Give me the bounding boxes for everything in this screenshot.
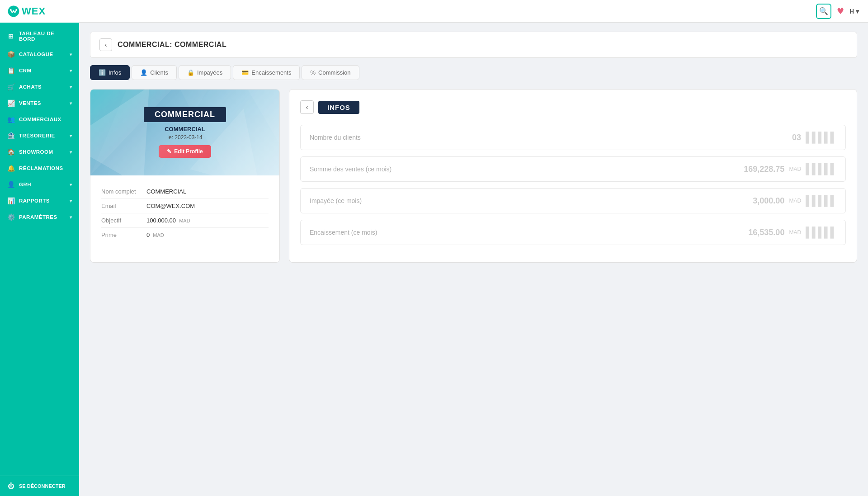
- rapports-icon: 📊: [7, 197, 14, 204]
- main-grid: COMMERCIAL COMMERCIAL le: 2023-03-14 ✎ E…: [90, 89, 857, 263]
- parametres-icon: ⚙️: [7, 213, 14, 221]
- sidebar-nav: ⊞ TABLEAU DE BORD 📦 CATALOGUE ▾ 📋 CRM ▾ …: [0, 23, 79, 476]
- sidebar-label-achats: ACHATS: [19, 84, 42, 90]
- catalogue-icon: 📦: [7, 51, 14, 58]
- user-dropdown-icon: ▾: [856, 8, 859, 15]
- edit-profile-button[interactable]: ✎ Edit Profile: [159, 145, 211, 158]
- nav-arrow: ▾: [70, 215, 72, 220]
- stat-value-encaissement: 16,535.00: [748, 228, 784, 237]
- nav-arrow: ▾: [70, 198, 72, 203]
- ventes-icon: 📈: [7, 99, 14, 107]
- stat-unit-somme-ventes: MAD: [789, 166, 801, 172]
- sidebar-item-crm[interactable]: 📋 CRM ▾: [0, 62, 79, 79]
- sidebar: WEX ⊞ TABLEAU DE BORD 📦 CATALOGUE ▾ 📋 CR…: [0, 0, 79, 496]
- tableau-de-bord-icon: ⊞: [7, 33, 14, 40]
- reclamations-icon: 🔔: [7, 165, 14, 172]
- logout-icon: ⏻: [7, 482, 14, 490]
- main-container: 🔍 ♥̈ H ▾ ‹ COMMERCIAL: COMMERCIAL ℹ️ Inf…: [79, 0, 868, 496]
- tabs-container: ℹ️ Infos 👤 Clients 🔒 Impayées 💳 Encaisse…: [90, 65, 857, 80]
- sidebar-item-reclamations[interactable]: 🔔 RÉCLAMATIONS: [0, 160, 79, 176]
- stat-label-nombre-clients: Nombre du clients: [310, 134, 361, 141]
- info-back-icon: ‹: [306, 104, 308, 111]
- sidebar-item-commerciaux[interactable]: 👥 COMMERCIAUX: [0, 111, 79, 128]
- sidebar-item-parametres[interactable]: ⚙️ PARAMÈTRES ▾: [0, 209, 79, 225]
- tab-encaissements[interactable]: 💳 Encaissements: [233, 65, 300, 80]
- detail-value: COMMERCIAL: [146, 188, 186, 195]
- activity-icon[interactable]: ♥̈: [837, 6, 844, 16]
- stat-card-impayee: Impayée (ce mois) 3,000.00 MAD ▌▌▌▌▌: [300, 188, 846, 213]
- topbar: 🔍 ♥̈ H ▾: [79, 0, 868, 23]
- logout-label: SE DÉCONNECTER: [19, 483, 66, 489]
- detail-label: Prime: [101, 231, 146, 238]
- nav-arrow: ▾: [70, 150, 72, 155]
- stat-unit-impayee: MAD: [789, 198, 801, 204]
- tab-impayees[interactable]: 🔒 Impayées: [179, 65, 231, 80]
- stat-value-group: 03 ▌▌▌▌▌: [792, 132, 836, 143]
- detail-label: Objectif: [101, 217, 146, 224]
- sidebar-label-reclamations: RÉCLAMATIONS: [19, 165, 63, 171]
- info-back-button[interactable]: ‹: [300, 100, 314, 114]
- detail-row: Prime 0 MAD: [101, 228, 269, 242]
- stat-card-nombre-clients: Nombre du clients 03 ▌▌▌▌▌: [300, 125, 846, 150]
- barcode-icon: ▌▌▌▌▌: [806, 132, 836, 143]
- stat-card-encaissement: Encaissement (ce mois) 16,535.00 MAD ▌▌▌…: [300, 220, 846, 245]
- barcode-icon: ▌▌▌▌▌: [806, 195, 836, 207]
- tab-clients[interactable]: 👤 Clients: [132, 65, 177, 80]
- clients-tab-icon: 👤: [140, 69, 147, 76]
- edit-profile-label: Edit Profile: [174, 148, 203, 155]
- grh-icon: 👤: [7, 181, 14, 188]
- tresorerie-icon: 🏦: [7, 132, 14, 139]
- search-icon: 🔍: [819, 7, 828, 15]
- sidebar-footer[interactable]: ⏻ SE DÉCONNECTER: [0, 476, 79, 496]
- sidebar-item-catalogue[interactable]: 📦 CATALOGUE ▾: [0, 46, 79, 62]
- sidebar-label-catalogue: CATALOGUE: [19, 52, 53, 57]
- sidebar-item-showroom[interactable]: 🏠 SHOWROOM ▾: [0, 144, 79, 160]
- sidebar-item-tableau-de-bord[interactable]: ⊞ TABLEAU DE BORD: [0, 26, 79, 46]
- nav-arrow: ▾: [70, 133, 72, 138]
- svg-point-2: [15, 9, 17, 11]
- user-menu[interactable]: H ▾: [849, 8, 859, 15]
- sidebar-label-ventes: VENTES: [19, 100, 41, 106]
- tab-commission[interactable]: % Commission: [302, 65, 359, 80]
- encaissements-tab-label: Encaissements: [251, 69, 291, 76]
- sidebar-item-tresorerie[interactable]: 🏦 TRÉSORERIE ▾: [0, 128, 79, 144]
- profile-banner: COMMERCIAL COMMERCIAL le: 2023-03-14 ✎ E…: [90, 90, 279, 175]
- info-panel: ‹ INFOS Nombre du clients 03 ▌▌▌▌▌ Somme…: [289, 89, 857, 263]
- barcode-icon: ▌▌▌▌▌: [806, 227, 836, 238]
- detail-unit: MAD: [151, 232, 164, 238]
- detail-row: Email COM@WEX.COM: [101, 199, 269, 213]
- content-area: ‹ COMMERCIAL: COMMERCIAL ℹ️ Infos 👤 Clie…: [79, 23, 868, 496]
- profile-name-badge: COMMERCIAL: [144, 107, 226, 122]
- search-button[interactable]: 🔍: [816, 4, 831, 19]
- stat-value-nombre-clients: 03: [792, 133, 801, 142]
- clients-tab-label: Clients: [150, 69, 168, 76]
- logo-text: WEX: [22, 5, 46, 17]
- sidebar-item-grh[interactable]: 👤 GRH ▾: [0, 176, 79, 193]
- page-title: COMMERCIAL: COMMERCIAL: [118, 41, 226, 49]
- sidebar-label-crm: CRM: [19, 68, 32, 73]
- crm-icon: 📋: [7, 67, 14, 74]
- back-chevron-icon: ‹: [105, 41, 107, 48]
- page-back-button[interactable]: ‹: [99, 38, 112, 51]
- logout-item[interactable]: ⏻ SE DÉCONNECTER: [7, 482, 72, 490]
- sidebar-item-rapports[interactable]: 📊 RAPPORTS ▾: [0, 193, 79, 209]
- profile-date: le: 2023-03-14: [167, 134, 202, 141]
- profile-subtitle: COMMERCIAL: [165, 126, 205, 132]
- logo-icon: [7, 5, 20, 18]
- stat-value-group: 16,535.00 MAD ▌▌▌▌▌: [748, 227, 836, 238]
- nav-arrow: ▾: [70, 85, 72, 90]
- stat-label-somme-ventes: Somme des ventes (ce mois): [310, 165, 392, 173]
- detail-value: COM@WEX.COM: [146, 203, 195, 209]
- info-title: INFOS: [318, 101, 359, 114]
- detail-unit: MAD: [178, 218, 190, 223]
- sidebar-item-ventes[interactable]: 📈 VENTES ▾: [0, 95, 79, 111]
- banner-decoration: [90, 90, 279, 175]
- stats-container: Nombre du clients 03 ▌▌▌▌▌ Somme des ven…: [300, 125, 846, 245]
- tab-infos[interactable]: ℹ️ Infos: [90, 65, 130, 80]
- stat-card-somme-ventes: Somme des ventes (ce mois) 169,228.75 MA…: [300, 156, 846, 182]
- detail-row: Nom complet COMMERCIAL: [101, 184, 269, 199]
- stat-value-group: 3,000.00 MAD ▌▌▌▌▌: [753, 195, 836, 207]
- sidebar-label-parametres: PARAMÈTRES: [19, 214, 57, 220]
- sidebar-label-commerciaux: COMMERCIAUX: [19, 117, 61, 122]
- sidebar-item-achats[interactable]: 🛒 ACHATS ▾: [0, 79, 79, 95]
